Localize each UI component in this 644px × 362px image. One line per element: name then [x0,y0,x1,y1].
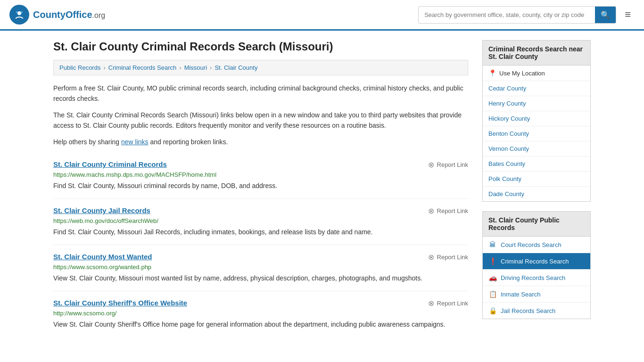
pub-record-item[interactable]: 🚗 Driving Records Search [483,270,590,286]
description-3: Help others by sharing new links and rep… [53,137,468,147]
svg-point-2 [16,11,18,13]
nearby-county-item[interactable]: Bates County [483,156,590,172]
pub-record-label-0: Court Records Search [501,241,561,248]
use-location-item[interactable]: 📍 Use My Location [483,66,590,81]
breadcrumb-st-clair[interactable]: St. Clair County [215,64,257,71]
nearby-county-link-5[interactable]: Bates County [483,156,590,171]
record-item: St. Clair County Most Wanted ⊗ Report Li… [53,245,468,291]
search-button[interactable]: 🔍 [595,7,616,23]
breadcrumb-sep-3: › [210,64,212,71]
description-2: The St. Clair County Criminal Records Se… [53,110,468,131]
record-url-2[interactable]: https://www.scsomo.org/wanted.php [53,263,468,271]
pub-record-link-3[interactable]: 📋 Inmate Search [483,286,590,302]
nearby-county-item[interactable]: Dade County [483,187,590,201]
desc3-post: and reporting broken links. [149,138,228,146]
record-title-2[interactable]: St. Clair County Most Wanted [53,253,152,261]
report-link-label-0: Report Link [437,161,468,168]
menu-button[interactable]: ≡ [621,7,635,23]
nearby-header: Criminal Records Search near St. Clair C… [482,40,591,66]
nearby-county-item[interactable]: Vernon County [483,141,590,156]
record-item: St. Clair County Sheriff's Office Websit… [53,291,468,337]
report-link-btn-3[interactable]: ⊗ Report Link [428,299,468,308]
report-link-label-3: Report Link [437,300,468,307]
public-records-section: St. Clair County Public Records 🏛 Court … [482,211,591,319]
record-url-1[interactable]: https://web.mo.gov/doc/offSearchWeb/ [53,217,468,224]
breadcrumb-criminal-records[interactable]: Criminal Records Search [108,64,177,71]
record-title-3[interactable]: St. Clair County Sheriff's Office Websit… [53,299,187,307]
pub-record-label-3: Inmate Search [501,291,541,298]
nearby-county-link-1[interactable]: Henry County [483,96,590,111]
record-title-1[interactable]: St. Clair County Jail Records [53,206,150,214]
public-records-header: St. Clair County Public Records [482,211,591,237]
pub-record-label-1: Criminal Records Search [501,258,569,265]
nearby-county-link-4[interactable]: Vernon County [483,141,590,156]
breadcrumb-missouri[interactable]: Missouri [184,64,207,71]
use-location-link[interactable]: 📍 Use My Location [483,66,590,81]
pub-record-icon-2: 🚗 [488,274,497,281]
record-header-2: St. Clair County Most Wanted ⊗ Report Li… [53,253,468,262]
pub-record-item[interactable]: 📋 Inmate Search [483,286,590,303]
nearby-county-link-7[interactable]: Dade County [483,187,590,201]
record-item: St. Clair County Jail Records ⊗ Report L… [53,199,468,245]
pub-record-label-2: Driving Records Search [501,274,565,281]
record-title-0[interactable]: St. Clair County Criminal Records [53,160,167,168]
main-container: St. Clair County Criminal Records Search… [39,31,605,346]
search-bar: 🔍 [418,6,616,24]
report-link-btn-0[interactable]: ⊗ Report Link [428,160,468,169]
nearby-county-item[interactable]: Hickory County [483,111,590,126]
pub-record-link-2[interactable]: 🚗 Driving Records Search [483,270,590,286]
nearby-list: 📍 Use My Location Cedar CountyHenry Coun… [482,66,591,202]
nearby-county-link-6[interactable]: Polk County [483,172,590,186]
header-right: 🔍 ≡ [418,6,635,24]
logo-text[interactable]: CountyOffice.org [33,9,105,20]
nearby-county-item[interactable]: Polk County [483,172,590,187]
pub-record-link-1[interactable]: ❗ Criminal Records Search [483,253,590,269]
record-desc-1: Find St. Clair County, Missouri Jail Rec… [53,227,468,237]
record-item: St. Clair County Criminal Records ⊗ Repo… [53,153,468,199]
report-link-label-2: Report Link [437,254,468,261]
record-desc-0: Find St. Clair County, Missouri criminal… [53,181,468,191]
svg-point-1 [17,11,21,15]
report-icon-0: ⊗ [428,160,434,169]
nearby-county-item[interactable]: Benton County [483,126,590,141]
pub-record-item[interactable]: 🔒 Jail Records Search [483,303,590,319]
pub-record-link-4[interactable]: 🔒 Jail Records Search [483,303,590,319]
search-input[interactable] [419,8,595,22]
records-list: St. Clair County Criminal Records ⊗ Repo… [53,153,468,337]
page-title: St. Clair County Criminal Records Search… [53,40,468,53]
new-links-link[interactable]: new links [121,138,149,146]
nearby-county-link-0[interactable]: Cedar County [483,81,590,96]
nearby-county-item[interactable]: Henry County [483,96,590,111]
logo-area: CountyOffice.org [9,5,105,25]
record-header-0: St. Clair County Criminal Records ⊗ Repo… [53,160,468,169]
nearby-county-link-3[interactable]: Benton County [483,126,590,141]
pub-record-icon-1: ❗ [488,257,497,265]
pub-record-item[interactable]: ❗ Criminal Records Search [483,253,590,270]
pub-record-icon-4: 🔒 [488,307,497,314]
report-icon-2: ⊗ [428,253,434,262]
report-link-btn-2[interactable]: ⊗ Report Link [428,253,468,262]
pub-record-link-0[interactable]: 🏛 Court Records Search [483,237,590,253]
breadcrumb-public-records[interactable]: Public Records [59,64,100,71]
nearby-county-item[interactable]: Cedar County [483,81,590,96]
site-header: CountyOffice.org 🔍 ≡ [0,0,644,31]
report-icon-3: ⊗ [428,299,434,308]
location-icon: 📍 [488,69,496,77]
record-url-3[interactable]: http://www.scsomo.org/ [53,310,468,317]
description-1: Perform a free St. Clair County, MO publ… [53,83,468,104]
record-desc-3: View St. Clair County Sheriff's Office h… [53,320,468,329]
main-content: St. Clair County Criminal Records Search… [53,40,468,337]
sidebar: Criminal Records Search near St. Clair C… [482,40,591,337]
record-url-0[interactable]: https://www.machs.mshp.dps.mo.gov/MACHSF… [53,171,468,178]
record-header-3: St. Clair County Sheriff's Office Websit… [53,299,468,308]
public-records-list: 🏛 Court Records Search ❗ Criminal Record… [482,237,591,319]
logo-org: .org [92,11,106,19]
nearby-county-link-2[interactable]: Hickory County [483,111,590,126]
pub-record-item[interactable]: 🏛 Court Records Search [483,237,590,253]
pub-record-icon-0: 🏛 [488,241,497,248]
report-link-btn-1[interactable]: ⊗ Report Link [428,206,468,215]
desc3-pre: Help others by sharing [53,138,121,146]
breadcrumb-sep-2: › [179,64,181,71]
logo-icon [9,5,29,25]
breadcrumb-sep-1: › [103,64,105,71]
